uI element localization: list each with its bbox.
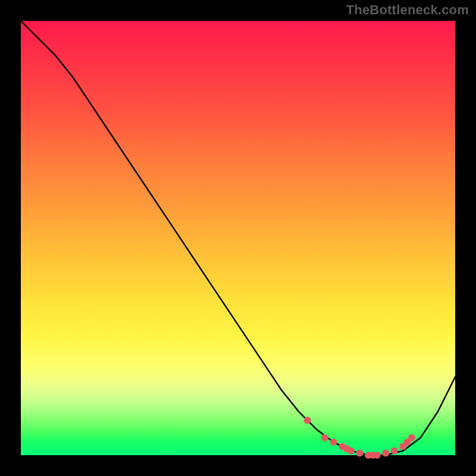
highlight-marker	[356, 449, 363, 456]
highlight-marker	[347, 447, 355, 455]
highlight-marker	[321, 434, 328, 441]
highlight-marker	[391, 447, 398, 455]
curve-layer	[21, 21, 455, 455]
highlight-marker	[330, 439, 337, 446]
highlight-marker	[382, 449, 389, 456]
chart-frame: TheBottleneck.com	[0, 0, 476, 476]
highlight-marker	[408, 434, 415, 441]
highlight-marker	[374, 452, 381, 459]
bottleneck-curve-path	[21, 21, 455, 455]
watermark-text: TheBottleneck.com	[346, 2, 469, 18]
highlight-marker	[304, 417, 311, 424]
